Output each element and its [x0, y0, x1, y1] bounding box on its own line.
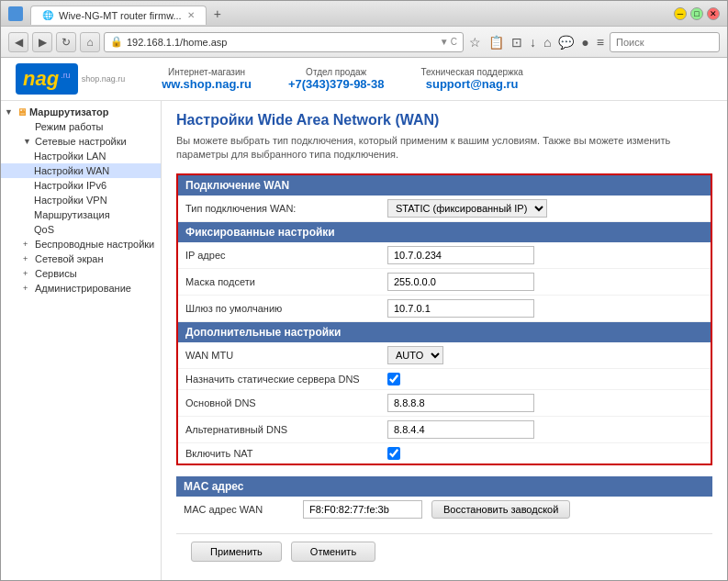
apply-button[interactable]: Применить: [191, 542, 282, 562]
sidebar-item-qos[interactable]: QoS: [1, 222, 161, 237]
dns-primary-input[interactable]: [387, 394, 534, 412]
ip-input[interactable]: [387, 246, 534, 264]
sidebar-item-wan[interactable]: Настройки WAN: [1, 163, 161, 178]
router-icon: 🖥: [17, 106, 27, 117]
dns-static-checkbox[interactable]: [387, 373, 400, 385]
sidebar-label-wan: Настройки WAN: [34, 165, 109, 176]
refresh-button[interactable]: ↻: [56, 32, 76, 52]
ip-row: IP адрес: [178, 242, 711, 269]
gateway-label: Шлюз по умолчанию: [185, 303, 387, 314]
address-bar[interactable]: 🔒 192.168.1.1/home.asp ▼ C: [104, 32, 464, 52]
back-button[interactable]: ◀: [8, 32, 28, 52]
wan-form: Подключение WAN Тип подключения WAN: STA…: [176, 173, 712, 465]
title-bar: 🌐 Wive-NG-MT router firmw... ✕ + ─ □ ✕: [1, 1, 727, 27]
page-title: Настройки Wide Area Network (WAN): [176, 112, 712, 128]
download-icon[interactable]: ↓: [528, 33, 538, 51]
mask-input[interactable]: [387, 273, 534, 291]
expand-icon-wireless: +: [23, 240, 32, 249]
close-button[interactable]: ✕: [707, 7, 720, 20]
dns-alt-label: Альтернативный DNS: [185, 424, 387, 435]
sidebar-item-ipv6[interactable]: Настройки IPv6: [1, 178, 161, 193]
mac-label: MAC адрес WAN: [184, 504, 294, 515]
sidebar-item-network[interactable]: ▼ Сетевые настройки: [1, 134, 161, 149]
logo-area: nag .ru shop.nag.ru: [16, 63, 125, 95]
profile-icon[interactable]: ●: [579, 33, 590, 51]
support-info: Техническая поддержка support@nag.ru: [420, 67, 523, 91]
dns-primary-label: Основной DNS: [185, 397, 387, 408]
tab-label: Wive-NG-MT router firmw...: [59, 10, 182, 21]
dns-primary-row: Основной DNS: [178, 390, 711, 417]
sidebar-item-firewall[interactable]: + Сетевой экран: [1, 251, 161, 266]
header-strip: nag .ru shop.nag.ru Интернет-магазин ww.…: [1, 58, 727, 101]
library-icon[interactable]: 📋: [487, 33, 506, 51]
browser-icon: [8, 6, 23, 21]
dns-static-row: Назначить статические сервера DNS: [178, 369, 711, 390]
sidebar-item-admin[interactable]: + Администрирование: [1, 281, 161, 296]
maximize-button[interactable]: □: [690, 7, 703, 20]
gateway-input[interactable]: [387, 299, 534, 318]
connection-type-row: Тип подключения WAN: STATIC (фиксированн…: [178, 196, 711, 222]
mac-input[interactable]: [303, 500, 422, 519]
sidebar-label-network: Сетевые настройки: [35, 136, 127, 147]
mtu-select[interactable]: AUTO: [387, 346, 443, 364]
sidebar-item-router[interactable]: ▼ 🖥 Маршрутизатор: [1, 105, 161, 119]
restore-mac-button[interactable]: Восстановить заводской: [431, 500, 570, 519]
dns-static-label: Назначить статические сервера DNS: [185, 374, 387, 385]
expand-icon-firewall: +: [23, 254, 32, 263]
sidebar-item-mode[interactable]: Режим работы: [1, 119, 161, 134]
mac-row: MAC адрес WAN Восстановить заводской: [176, 497, 712, 522]
page-content: ▼ 🖥 Маршрутизатор Режим работы ▼ Сетевые…: [1, 101, 727, 580]
sidebar-label-services: Сервисы: [35, 268, 77, 279]
fixed-settings-header: Фиксированные настройки: [178, 222, 711, 242]
expand-icon-admin: +: [23, 284, 32, 293]
logo-box: nag .ru: [16, 63, 78, 95]
search-input[interactable]: [610, 32, 720, 52]
sidebar-label-router: Маршрутизатор: [29, 106, 108, 117]
sync-icon[interactable]: ⊡: [510, 33, 524, 51]
nat-label: Включить NAT: [185, 448, 387, 459]
bottom-buttons: Применить Отменить: [176, 533, 712, 569]
nav-bar: ◀ ▶ ↻ ⌂ 🔒 192.168.1.1/home.asp ▼ C ☆ 📋 ⊡…: [1, 27, 727, 58]
account-icon[interactable]: ⌂: [542, 33, 553, 51]
sidebar-label-vpn: Настройки VPN: [34, 195, 107, 206]
forward-button[interactable]: ▶: [32, 32, 52, 52]
mac-header: MAC адрес: [176, 476, 712, 497]
main-content: Настройки Wide Area Network (WAN) Вы мож…: [162, 101, 727, 580]
sidebar-label-mode: Режим работы: [35, 121, 103, 132]
sidebar-item-wireless[interactable]: + Беспроводные настройки: [1, 237, 161, 251]
sidebar-item-lan[interactable]: Настройки LAN: [1, 149, 161, 163]
sidebar-item-services[interactable]: + Сервисы: [1, 266, 161, 281]
minimize-button[interactable]: ─: [674, 7, 687, 20]
expand-icon: ▼: [5, 107, 14, 117]
sales-info: Отдел продаж +7(343)379-98-38: [288, 67, 384, 91]
browser-tab[interactable]: 🌐 Wive-NG-MT router firmw... ✕: [30, 6, 207, 25]
ip-label: IP адрес: [185, 250, 387, 261]
connection-type-select[interactable]: STATIC (фиксированный IP): [387, 199, 547, 218]
connection-type-label: Тип подключения WAN:: [185, 203, 387, 214]
mtu-row: WAN MTU AUTO: [178, 342, 711, 369]
tab-close-icon[interactable]: ✕: [187, 10, 195, 20]
wan-connection-header: Подключение WAN: [178, 175, 711, 196]
bookmark-icon[interactable]: ☆: [467, 33, 483, 51]
new-tab-button[interactable]: +: [207, 3, 229, 25]
nat-row: Включить NAT: [178, 443, 711, 464]
page-description: Вы можете выбрать тип подключения, котор…: [176, 134, 712, 162]
nat-checkbox[interactable]: [387, 447, 400, 460]
menu-icon[interactable]: ≡: [595, 33, 606, 51]
header-info: Интернет-магазин ww.shop.nag.ru Отдел пр…: [162, 67, 523, 91]
mask-label: Маска подсети: [185, 276, 387, 287]
expand-icon-services: +: [23, 269, 32, 278]
sidebar-item-vpn[interactable]: Настройки VPN: [1, 193, 161, 207]
sidebar-label-routing: Маршрутизация: [34, 209, 110, 220]
home-button[interactable]: ⌂: [80, 32, 100, 52]
sidebar-item-routing[interactable]: Маршрутизация: [1, 207, 161, 222]
sidebar-label-firewall: Сетевой экран: [35, 253, 104, 264]
chat-icon[interactable]: 💬: [556, 33, 576, 51]
sidebar-label-wireless: Беспроводные настройки: [35, 239, 154, 250]
sidebar: ▼ 🖥 Маршрутизатор Режим работы ▼ Сетевые…: [1, 101, 162, 580]
mtu-label: WAN MTU: [185, 350, 387, 361]
cancel-button[interactable]: Отменить: [291, 542, 375, 562]
dns-alt-input[interactable]: [387, 420, 534, 439]
additional-header: Дополнительные настройки: [178, 322, 711, 342]
sidebar-label-ipv6: Настройки IPv6: [34, 180, 106, 191]
